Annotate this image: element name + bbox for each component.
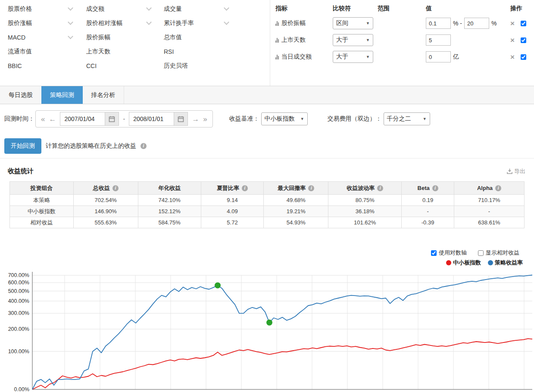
tab-1[interactable]: 每日选股 (0, 86, 41, 104)
indicator-name: 股价振幅 (281, 19, 306, 27)
comparator-select[interactable]: 区间▼ (333, 17, 373, 29)
stats-title: 收益统计 (8, 167, 34, 175)
filter-item[interactable]: 股价振幅 (86, 34, 151, 41)
filter-section: 股票价格成交额成交量股价涨幅股价相对涨幅累计换手率MACD股价振幅总市值流通市值… (0, 0, 534, 86)
main-tabs: 每日选股策略回测排名分析 (0, 86, 534, 104)
enable-checkbox[interactable] (521, 21, 526, 26)
value-cell: % -% (426, 18, 510, 29)
filter-item[interactable]: 流通市值 (8, 48, 72, 56)
legend-label: 中小板指数 (453, 259, 481, 266)
filter-item[interactable]: 上市天数 (86, 48, 151, 56)
returns-line-chart: 700.00%600.00%500.00%400.00%300.00%200.0… (0, 267, 534, 392)
filter-item[interactable]: MACD (8, 34, 72, 41)
comparator-select[interactable]: 大于▼ (333, 51, 373, 63)
fee-select[interactable]: 千分之二 ▼ (384, 112, 430, 125)
value-input[interactable] (426, 34, 451, 46)
indicator-header-cell: 范围 (378, 5, 426, 12)
table-cell: 4.09 (201, 206, 264, 217)
table-head: 投资组合总收益i年化收益夏普比率i最大回撤率i收益波动率iBetaiAlphai (10, 182, 525, 195)
benchmark-select[interactable]: 中小板指数 ▼ (261, 112, 308, 125)
legend-item: 策略收益率 (488, 259, 523, 267)
comparator-value: 区间 (336, 19, 348, 27)
filter-item[interactable]: CCI (86, 62, 151, 69)
calendar-icon[interactable] (174, 112, 188, 126)
remove-icon[interactable]: × (510, 53, 515, 61)
fast-backward-icon[interactable]: « (41, 115, 45, 123)
stats-header: 收益统计 导出 (0, 159, 534, 181)
filter-item[interactable]: 总市值 (164, 34, 228, 41)
step-forward-icon[interactable]: → (192, 115, 199, 123)
chart-option-relative-return[interactable]: 显示相对收益 (478, 249, 519, 257)
calendar-icon[interactable] (105, 112, 119, 126)
series-line-benchmark (32, 339, 532, 389)
filter-item[interactable]: BBIC (8, 62, 72, 69)
value-unit: 亿 (453, 53, 459, 61)
chart-option-checkbox[interactable] (478, 250, 484, 256)
chevron-down-icon[interactable] (146, 19, 152, 25)
caret-down-icon: ▼ (300, 117, 304, 121)
column-header-inner: 夏普比率i (217, 184, 248, 192)
info-icon[interactable]: i (308, 185, 314, 191)
filter-item-label: 总市值 (164, 34, 182, 41)
backtest-description: 计算您的选股策略在历史上的收益 (46, 142, 136, 150)
chevron-down-icon[interactable] (146, 5, 152, 11)
info-icon[interactable]: i (141, 143, 147, 149)
selected-indicators-panel: 指标比较符范围值操作 股价振幅区间▼% -%×上市天数大于▼×当日成交额大于▼亿… (270, 0, 534, 86)
filter-item-label: RSI (164, 48, 174, 55)
caret-down-icon: ▼ (366, 38, 370, 42)
table-cell: 80.75% (328, 195, 402, 206)
info-icon[interactable]: i (432, 185, 438, 191)
value-input[interactable] (426, 51, 451, 62)
chart-option-label: 显示相对收益 (486, 249, 519, 257)
chevron-down-icon[interactable] (224, 5, 229, 11)
info-icon[interactable]: i (377, 185, 383, 191)
tab-3[interactable]: 排名分析 (83, 86, 124, 104)
enable-checkbox[interactable] (521, 37, 526, 43)
y-axis-tick-label: 400.00% (8, 298, 29, 304)
filter-item[interactable]: 股价涨幅 (8, 19, 72, 27)
filter-item[interactable]: 股票价格 (8, 5, 72, 13)
y-axis-tick-label: 300.00% (8, 310, 29, 316)
comparator-value: 大于 (336, 36, 348, 44)
column-label: 夏普比率 (217, 184, 239, 192)
chart-option-checkbox[interactable] (431, 250, 437, 256)
trade-marker-buy-point (266, 320, 272, 326)
info-icon[interactable]: i (495, 185, 501, 191)
remove-icon[interactable]: × (510, 20, 515, 27)
start-date-input[interactable] (60, 112, 105, 126)
tab-2[interactable]: 策略回测 (41, 86, 83, 104)
fast-forward-icon[interactable]: » (203, 115, 207, 123)
export-link[interactable]: 导出 (507, 168, 525, 175)
filter-item[interactable]: 历史贝塔 (164, 62, 228, 70)
filter-item[interactable]: RSI (164, 48, 228, 55)
table-cell: 54.93% (264, 217, 328, 228)
chevron-down-icon[interactable] (68, 5, 73, 11)
comparator-select[interactable]: 大于▼ (333, 34, 373, 46)
benchmark-label: 收益基准： (229, 115, 259, 123)
value-cell (426, 34, 510, 46)
filter-item[interactable]: 累计换手率 (164, 19, 228, 27)
filter-item[interactable]: 股价相对涨幅 (86, 19, 151, 27)
filter-item[interactable]: 成交量 (164, 5, 228, 13)
remove-icon[interactable]: × (510, 37, 515, 44)
start-backtest-button[interactable]: 开始回测 (4, 138, 41, 154)
table-cell: 146.90% (73, 206, 138, 217)
indicator-header-cell: 比较符 (333, 5, 378, 12)
value-input-2[interactable] (464, 18, 489, 29)
info-icon[interactable]: i (112, 185, 119, 191)
end-date-input[interactable] (129, 112, 174, 126)
date-range-dash: - (123, 115, 125, 122)
indicator-name-cell: 上市天数 (275, 36, 333, 44)
chart-option-log-axis[interactable]: 使用对数轴 (431, 249, 467, 257)
enable-checkbox[interactable] (521, 54, 526, 60)
chevron-down-icon[interactable] (68, 34, 73, 39)
value-input[interactable] (426, 18, 451, 29)
comparator-cell: 区间▼ (333, 17, 378, 29)
table-cell: 36.18% (328, 206, 402, 217)
chevron-down-icon[interactable] (68, 19, 73, 25)
info-icon[interactable]: i (242, 185, 248, 191)
step-backward-icon[interactable]: ← (49, 115, 56, 123)
chevron-down-icon[interactable] (224, 19, 229, 25)
filter-item-label: 股价涨幅 (8, 19, 32, 27)
filter-item[interactable]: 成交额 (86, 5, 151, 13)
